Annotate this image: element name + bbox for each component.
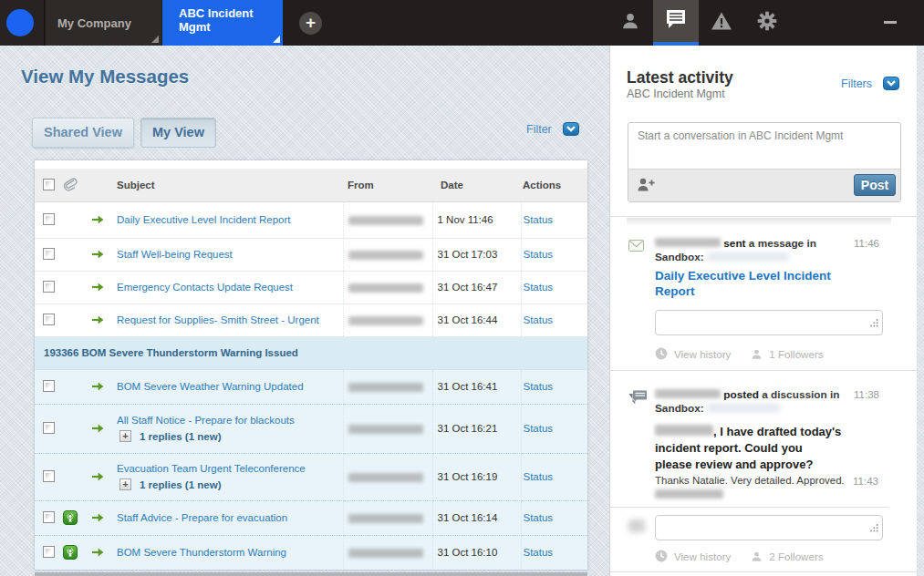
redacted-text [707,252,789,261]
row-checkbox[interactable] [43,213,55,225]
filter-label: Filter [526,123,552,136]
header-subject[interactable]: Subject [117,169,343,201]
status-link[interactable]: Status [524,547,554,558]
add-people-icon[interactable] [637,177,655,196]
row-checkbox[interactable] [43,281,55,293]
message-row[interactable]: Staff Advice - Prepare for evacuation + … [35,500,587,535]
redacted-sender-name [348,383,423,392]
expand-replies-button[interactable]: + [119,478,131,490]
followers-count[interactable]: 2 Followers [769,550,823,562]
dropdown-corner-icon [151,36,159,43]
message-row[interactable]: Daily Executive Level Incident Report + … [35,201,587,238]
row-checkbox[interactable] [43,422,55,434]
row-checkbox[interactable] [43,314,55,325]
composer-input[interactable]: Start a conversation in ABC Incident Mgm… [628,123,900,169]
message-subject-link[interactable]: Emergency Contacts Update Request [117,282,293,293]
add-workspace-button[interactable]: + [299,12,322,35]
minimize-button[interactable] [884,21,897,24]
message-subject-link[interactable]: BOM Severe Thunderstorm Warning [117,547,286,558]
logo-circle-icon [6,9,34,36]
row-checkbox[interactable] [43,546,55,558]
reply-time: 11:43 [853,476,878,487]
resize-grip-icon[interactable] [869,519,878,536]
redacted-sender-name [348,216,423,225]
message-date: 31 Oct 16:10 [432,535,521,570]
sent-arrow-icon [92,382,104,393]
redacted-author-name [655,489,723,499]
app-logo[interactable] [0,0,45,46]
message-date: 1 Nov 11:46 [432,201,521,238]
expand-replies-button[interactable]: + [119,430,131,442]
resize-grip-icon[interactable] [869,314,878,331]
reply-input[interactable] [655,310,883,335]
workspace-tab-abc-incident-mgmt[interactable]: ABC Incident Mgmt [162,0,283,46]
status-link[interactable]: Status [524,314,554,325]
tab-alerts[interactable] [699,0,744,46]
status-link[interactable]: Status [524,381,554,392]
message-subject-link[interactable]: Staff Well-being Request [117,249,233,260]
message-row[interactable]: BOM Severe Weather Warning Updated + 31 … [35,369,587,404]
redacted-sender-name [348,425,423,434]
replies-count-label[interactable]: 1 replies (1 new) [140,431,221,442]
filters-dropdown-button[interactable] [883,77,899,90]
activity-meta-row: View history 2 Followers [655,550,824,562]
message-subject-link[interactable]: Request for Supplies- Smith Street - Urg… [117,314,319,325]
post-button[interactable]: Post [854,174,896,196]
status-link[interactable]: Status [524,512,554,523]
discussion-bubbles-icon [628,390,648,409]
view-history-link[interactable]: View history [674,550,731,562]
view-history-link[interactable]: View history [674,348,731,360]
message-subject-link[interactable]: All Staff Notice - Prepare for blackouts [117,415,295,426]
message-date: 31 Oct 16:14 [432,500,521,535]
activity-message-link[interactable]: Daily Executive Level Incident Report [655,269,851,299]
select-all-checkbox[interactable] [43,179,55,190]
row-checkbox[interactable] [43,380,55,392]
follower-person-icon [751,348,763,360]
message-row[interactable]: All Staff Notice - Prepare for blackouts… [35,404,587,453]
company-menu[interactable]: My Company [46,0,161,46]
row-checkbox[interactable] [43,248,55,260]
tab-my-view[interactable]: My View [140,118,216,148]
message-date: 31 Oct 17:03 [432,238,521,271]
tab-shared-view[interactable]: Shared View [32,118,134,148]
message-row[interactable]: BOM Severe Thunderstorm Warning + 31 Oct… [35,535,587,570]
status-link[interactable]: Status [524,471,554,482]
message-subject-link[interactable]: Evacuation Team Urgent Teleconference [117,463,306,474]
row-checkbox[interactable] [43,511,55,523]
row-checkbox[interactable] [43,470,55,482]
redacted-sender-name [348,283,423,293]
status-link[interactable]: Status [524,214,554,225]
sent-arrow-icon [92,315,104,326]
filter-control: Filter [526,122,579,136]
tab-messages-active[interactable] [653,0,699,46]
activity-panel-title: Latest activity [627,68,733,87]
message-row[interactable]: Evacuation Team Urgent Teleconference + … [35,453,587,500]
feed-divider [610,571,918,572]
message-subject-link[interactable]: Staff Advice - Prepare for evacuation [117,512,287,523]
redacted-text [707,404,780,412]
header-actions: Actions [521,169,587,201]
company-label: My Company [57,16,131,30]
message-row[interactable]: Emergency Contacts Update Request + 31 O… [35,271,587,303]
group-header-row[interactable]: 193366 BOM Severe Thunderstorm Warning I… [35,336,587,369]
clock-icon [655,550,668,562]
filter-dropdown-button[interactable] [563,122,579,136]
status-link[interactable]: Status [524,282,554,293]
message-subject-link[interactable]: BOM Severe Weather Warning Updated [117,381,304,392]
tab-contacts[interactable] [607,0,653,46]
reply-input[interactable] [655,515,883,540]
status-link[interactable]: Status [524,423,554,434]
sent-arrow-icon [92,424,104,435]
header-date[interactable]: Date [432,169,521,201]
message-row[interactable]: Staff Well-being Request + 31 Oct 17:03 … [35,238,587,271]
replies-count-label[interactable]: 1 replies (1 new) [140,479,221,490]
activity-meta-row: View history 1 Followers [655,347,824,360]
tab-settings[interactable] [744,0,790,46]
message-subject-link[interactable]: Daily Executive Level Incident Report [117,214,291,225]
header-from[interactable]: From [343,169,432,201]
sent-arrow-icon [92,548,104,559]
message-row[interactable]: Request for Supplies- Smith Street - Urg… [35,303,587,336]
workspace-tab-label: ABC Incident Mgmt [179,6,270,34]
followers-count[interactable]: 1 Followers [769,348,823,360]
status-link[interactable]: Status [524,249,554,260]
